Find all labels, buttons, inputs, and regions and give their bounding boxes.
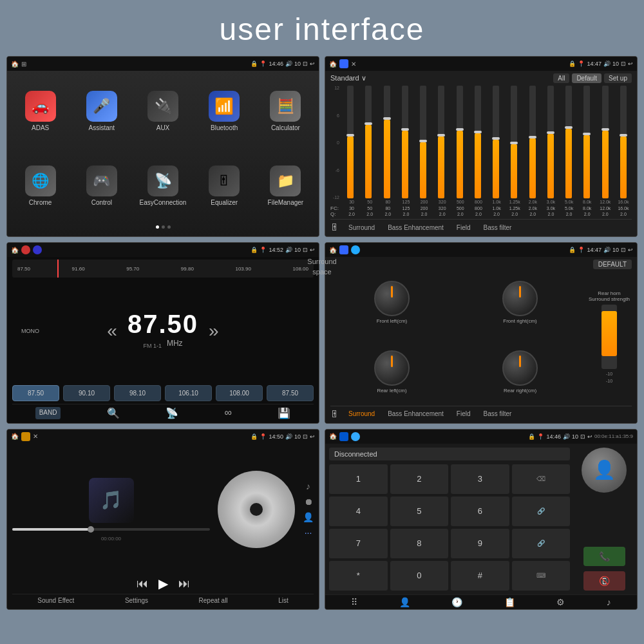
preset-4[interactable]: 108.00: [216, 385, 263, 401]
knob-front-left[interactable]: Front left(cm): [330, 270, 453, 334]
key-hash[interactable]: #: [451, 561, 509, 591]
screen-icon-3[interactable]: ⊡: [303, 247, 308, 253]
default-btn[interactable]: DEFAULT: [593, 260, 632, 269]
contacts-icon[interactable]: 👤: [399, 597, 410, 607]
app-equalizer[interactable]: 🎚 Equalizer: [196, 151, 252, 220]
tab-bass-enhancement[interactable]: Bass Enhancement: [384, 223, 448, 232]
music-close[interactable]: ✕: [33, 433, 38, 440]
tab-bass-filter-2[interactable]: Bass filter: [480, 409, 516, 419]
home-icon-3[interactable]: 🏠: [11, 247, 19, 254]
eq-icon[interactable]: 🎚: [330, 222, 339, 232]
settings-btn[interactable]: Settings: [125, 597, 148, 604]
preset-1[interactable]: 90.10: [63, 385, 110, 401]
notes-icon[interactable]: 📋: [504, 597, 515, 607]
eq-preset-label[interactable]: Standard ∨: [330, 74, 366, 82]
key-7[interactable]: 7: [329, 529, 388, 558]
eq-bar-9[interactable]: [506, 86, 522, 198]
next-btn[interactable]: »: [209, 321, 219, 341]
prev-track-btn[interactable]: ⏮: [137, 577, 148, 591]
home-icon-2[interactable]: 🏠: [329, 61, 337, 68]
save-icon[interactable]: 💾: [278, 407, 290, 419]
preset-0[interactable]: 87.50: [12, 385, 59, 401]
eq-bar-10[interactable]: [524, 86, 541, 198]
eq-bar-11[interactable]: [542, 86, 559, 198]
preset-2[interactable]: 98.10: [114, 385, 161, 401]
eq-bar-3[interactable]: [397, 86, 413, 198]
app-chrome[interactable]: 🌐 Chrome: [12, 151, 68, 220]
prev-btn[interactable]: «: [107, 321, 117, 341]
app-filemanager[interactable]: 📁 FileManager: [258, 151, 314, 220]
screen-icon[interactable]: ⊡: [303, 61, 308, 67]
eq-bar-12[interactable]: [560, 86, 577, 198]
eq-bar-13[interactable]: [578, 86, 595, 198]
key-9[interactable]: 9: [451, 529, 509, 558]
call-btn[interactable]: 📞: [583, 547, 625, 566]
home-icon-5[interactable]: 🏠: [11, 433, 19, 440]
tab-bass-enh-2[interactable]: Bass Enhancement: [384, 409, 448, 419]
app-aux[interactable]: 🔌 AUX: [135, 76, 191, 146]
key-0[interactable]: 0: [390, 561, 449, 591]
settings-icon[interactable]: ⚙: [556, 597, 565, 607]
app-calculator[interactable]: 🧮 Calculator: [258, 76, 314, 146]
key-6[interactable]: 6: [451, 497, 509, 526]
key-1[interactable]: 1: [329, 464, 388, 494]
list-btn[interactable]: List: [278, 597, 289, 604]
surround-fader[interactable]: [601, 305, 617, 369]
eq-bar-14[interactable]: [597, 86, 614, 198]
eq-bar-6[interactable]: [451, 86, 468, 198]
repeat-icon[interactable]: ∞: [225, 407, 232, 419]
key-3[interactable]: 3: [451, 464, 509, 494]
key-8[interactable]: 8: [390, 529, 449, 558]
eq-bar-7[interactable]: [469, 86, 486, 198]
eq-bar-1[interactable]: [360, 86, 377, 198]
progress-bar[interactable]: [12, 528, 210, 531]
eq-default-btn[interactable]: Default: [572, 73, 601, 83]
end-call-btn[interactable]: 📵: [583, 571, 625, 591]
menu-icon[interactable]: ⊞: [21, 61, 26, 68]
screen-icon-2[interactable]: ⊡: [621, 61, 626, 67]
key-backspace[interactable]: ⌫: [512, 464, 571, 494]
home-icon[interactable]: 🏠: [11, 61, 19, 68]
preset-3[interactable]: 106.10: [165, 385, 212, 401]
tab-field[interactable]: Field: [453, 223, 475, 232]
record-icon[interactable]: ⏺: [304, 497, 313, 507]
surround-eq-icon[interactable]: 🎚: [330, 409, 339, 419]
band-btn[interactable]: BAND: [35, 407, 61, 419]
home-icon-6[interactable]: 🏠: [329, 433, 337, 440]
knob-rear-right[interactable]: Rear right(cm): [459, 339, 582, 403]
tab-bass-filter[interactable]: Bass filter: [480, 223, 516, 232]
dialpad-icon[interactable]: ⠿: [351, 597, 357, 607]
app-bluetooth[interactable]: 📶 Bluetooth: [196, 76, 252, 146]
eq-bar-15[interactable]: [615, 86, 632, 198]
tab-surround[interactable]: Surround: [345, 223, 379, 232]
sound-effect-btn[interactable]: Sound Effect: [37, 597, 74, 604]
history-icon[interactable]: 🕐: [451, 597, 462, 607]
back-icon[interactable]: ↩: [310, 61, 315, 67]
next-track-btn[interactable]: ⏭: [178, 577, 190, 591]
key-5[interactable]: 5: [390, 497, 449, 526]
repeat-all-btn[interactable]: Repeat all: [199, 597, 228, 604]
key-4[interactable]: 4: [329, 497, 388, 526]
app-easyconnection[interactable]: 📡 EasyConnection: [135, 151, 191, 220]
key-star[interactable]: *: [329, 561, 388, 591]
app-control[interactable]: 🎮 Control: [73, 151, 129, 220]
key-2[interactable]: 2: [390, 464, 449, 494]
key-link2[interactable]: 🔗: [512, 529, 571, 558]
eq-bar-4[interactable]: [415, 86, 431, 198]
knob-rear-left[interactable]: Rear left(cm): [330, 339, 453, 403]
music-icon[interactable]: ♪: [607, 597, 611, 607]
preset-5[interactable]: 87.50: [267, 385, 314, 401]
eq-setup-btn[interactable]: Set up: [604, 73, 632, 83]
eq-bar-0[interactable]: [342, 86, 359, 198]
tab-surround-2[interactable]: Surround: [345, 409, 379, 419]
eq-bar-8[interactable]: [488, 86, 504, 198]
key-keyboard[interactable]: ⌨: [512, 561, 571, 591]
eq-bar-5[interactable]: [433, 86, 450, 198]
tab-field-2[interactable]: Field: [453, 409, 475, 419]
user-icon[interactable]: 👤: [303, 512, 314, 522]
app-adas[interactable]: 🚗 ADAS: [12, 76, 68, 146]
knob-front-right[interactable]: Front right(cm): [459, 270, 582, 334]
eq-all-btn[interactable]: All: [553, 73, 569, 83]
key-link[interactable]: 🔗: [512, 497, 571, 526]
scan-icon[interactable]: 🔍: [107, 407, 120, 419]
